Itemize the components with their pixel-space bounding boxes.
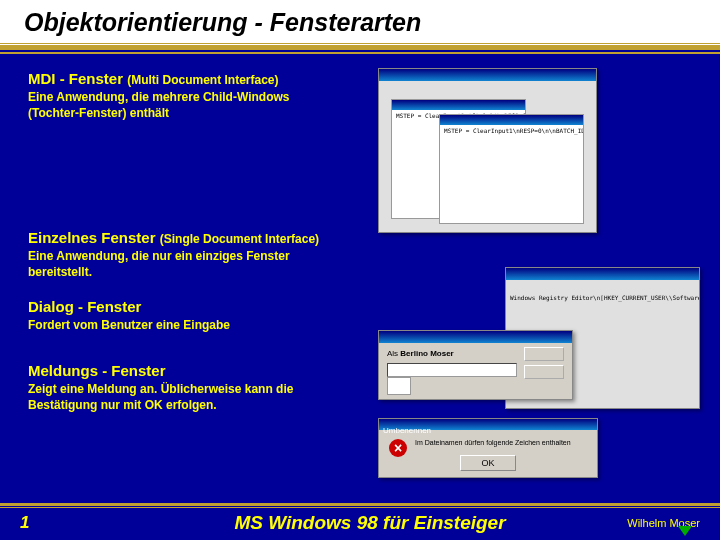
sdi-paren: (Single Document Interface)	[160, 232, 319, 246]
sdi-desc: Eine Anwendung, die nur ein einziges Fen…	[28, 249, 328, 280]
message-screenshot: Umbenennen × Im Dateinamen dürfen folgen…	[378, 418, 598, 478]
dialog-desc: Fordert vom Benutzer eine Eingabe	[28, 318, 328, 334]
sdi-heading: Einzelnes Fenster	[28, 229, 156, 246]
error-icon: ×	[389, 439, 407, 457]
msgbox-title: Umbenennen	[379, 426, 431, 435]
page-number: 1	[20, 513, 160, 533]
dialog-screenshot: Als Berlino Moser ✎	[378, 330, 573, 400]
msgbox-text: Im Dateinamen dürfen folgende Zeichen en…	[415, 439, 571, 446]
title-rule	[0, 46, 720, 50]
mdi-paren: (Multi Document Interface)	[127, 73, 278, 87]
footer-title: MS Windows 98 für Einsteiger	[160, 512, 580, 534]
slide-title: Objektorientierung - Fensterarten	[0, 0, 720, 46]
next-arrow-icon[interactable]	[678, 526, 692, 536]
footer: 1 MS Windows 98 für Einsteiger Wilhelm M…	[0, 503, 720, 540]
mdi-screenshot: MSTEP = ClearInput1 'Ctrl+D'\nRESP=0\n\n…	[378, 68, 597, 233]
message-desc: Zeigt eine Meldung an. Üblicherweise kan…	[28, 382, 348, 413]
ok-button[interactable]: OK	[460, 455, 516, 471]
mdi-heading: MDI - Fenster	[28, 70, 123, 87]
mdi-desc: Eine Anwendung, die mehrere Child-Window…	[28, 90, 328, 121]
